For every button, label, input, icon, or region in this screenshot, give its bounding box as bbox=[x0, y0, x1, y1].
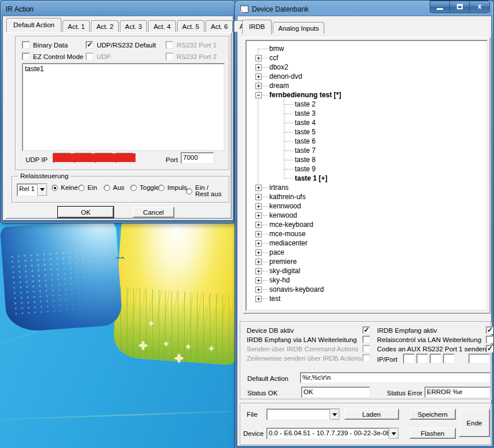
tree-item-dbox2[interactable]: +dbox2 bbox=[246, 63, 487, 72]
flashen-button[interactable]: Flashen bbox=[409, 428, 456, 439]
tree-item-mce-keyboard[interactable]: +mce-keyboard bbox=[246, 220, 487, 229]
tree-item-label[interactable]: irtrans bbox=[269, 183, 288, 192]
expand-plus-icon[interactable]: + bbox=[255, 277, 262, 284]
tree-item-taste-9[interactable]: taste 9 bbox=[246, 164, 487, 174]
tree-item-taste-4[interactable]: taste 4 bbox=[246, 118, 487, 127]
relay-select[interactable]: Rel 1 bbox=[17, 183, 47, 196]
expand-plus-icon[interactable]: + bbox=[255, 231, 262, 237]
checkbox-udp-rs232-default[interactable]: UDP/RS232 Default bbox=[86, 41, 156, 49]
radio-circle[interactable] bbox=[52, 185, 58, 191]
tree-item-label[interactable]: taste 8 bbox=[295, 155, 316, 164]
aux-ip-octet-1[interactable] bbox=[403, 354, 415, 363]
ok-button[interactable]: OK bbox=[58, 207, 114, 218]
radio-circle[interactable] bbox=[186, 188, 192, 194]
checkbox-box[interactable] bbox=[486, 345, 493, 352]
radio-keine[interactable]: Keine bbox=[52, 185, 78, 191]
expand-plus-icon[interactable]: + bbox=[255, 212, 262, 219]
default-action-input[interactable]: %r,%c\r\n bbox=[300, 372, 491, 383]
tab-analog-inputs[interactable]: Analog Inputs bbox=[273, 22, 324, 34]
tree-item-label[interactable]: sky-hd bbox=[269, 276, 290, 285]
expand-plus-icon[interactable]: + bbox=[255, 222, 262, 228]
radio-circle[interactable] bbox=[158, 185, 164, 191]
expand-plus-icon[interactable]: + bbox=[255, 296, 262, 302]
tree-item-fernbedienung-test-[interactable]: −fernbedienung test [*] bbox=[246, 90, 487, 100]
checkbox-box[interactable] bbox=[166, 41, 173, 49]
aux-ip-octet-4[interactable] bbox=[443, 354, 455, 363]
tree-item-label[interactable]: taste 6 bbox=[295, 137, 316, 146]
aux-ip-octet-3[interactable] bbox=[430, 354, 441, 363]
checkbox-ez-control-mode[interactable]: EZ Control Mode bbox=[22, 53, 83, 60]
checkbox-box[interactable] bbox=[86, 53, 93, 60]
tab-act-4[interactable]: Act. 4 bbox=[148, 20, 175, 32]
tree-item-bmw[interactable]: bmw bbox=[246, 44, 487, 53]
radio-ein[interactable]: Ein bbox=[78, 185, 97, 191]
tree-item-mediacenter[interactable]: +mediacenter bbox=[246, 238, 487, 248]
tree-item-label[interactable]: taste 7 bbox=[295, 146, 316, 155]
tree-item-label[interactable]: fernbedienung test [*] bbox=[269, 90, 341, 100]
tree-item-sonavis-keyboard[interactable]: +sonavis-keyboard bbox=[246, 285, 487, 294]
expand-plus-icon[interactable]: + bbox=[255, 74, 262, 80]
expand-plus-icon[interactable]: + bbox=[255, 249, 262, 256]
tab-act-2[interactable]: Act. 2 bbox=[91, 20, 118, 32]
radio-circle[interactable] bbox=[130, 185, 137, 191]
checkbox-box[interactable] bbox=[22, 53, 30, 60]
checkbox-zeilenweise-senden-ber-irdb-actions[interactable]: Zeilenweise senden über IRDB Actions bbox=[247, 354, 371, 363]
checkbox-codes-an-aux-rs232-port-1-senden[interactable]: Codes an AUX RS232 Port 1 senden bbox=[377, 344, 491, 354]
tree-item-kenwood[interactable]: +kenwood bbox=[246, 211, 487, 220]
expand-plus-icon[interactable]: + bbox=[255, 268, 262, 274]
collapse-minus-icon[interactable]: − bbox=[255, 92, 262, 98]
checkbox-device-db-aktiv[interactable]: Device DB aktiv bbox=[247, 326, 371, 335]
tree-item-dream[interactable]: +dream bbox=[246, 81, 487, 90]
cancel-button[interactable]: Cancel bbox=[133, 207, 174, 218]
tree-item-label[interactable]: bmw bbox=[269, 44, 284, 53]
tree-item-kennwood[interactable]: +kennwood bbox=[246, 201, 487, 211]
laden-button[interactable]: Laden bbox=[344, 409, 399, 420]
tree-item-label[interactable]: pace bbox=[269, 248, 284, 257]
checkbox-irdb-empfang-via-lan-weiterleitung[interactable]: IRDB Empfang via LAN Weiterleitung bbox=[247, 335, 371, 344]
radio-toggle[interactable]: Toggle bbox=[130, 185, 159, 191]
tree-item-taste-6[interactable]: taste 6 bbox=[246, 137, 487, 146]
checkbox-box[interactable] bbox=[86, 41, 93, 49]
radio-ein[interactable]: Ein / Rest aus bbox=[186, 185, 221, 197]
tree-item-taste-2[interactable]: taste 2 bbox=[246, 100, 487, 109]
tree-item-label[interactable]: test bbox=[269, 294, 280, 303]
tree-item-label[interactable]: dbox2 bbox=[269, 63, 288, 72]
tree-item-taste-8[interactable]: taste 8 bbox=[246, 155, 487, 164]
tree-item-sky-hd[interactable]: +sky-hd bbox=[246, 276, 487, 285]
tree-item-label[interactable]: denon-dvd bbox=[269, 72, 302, 81]
tree-item-label[interactable]: mediacenter bbox=[269, 238, 308, 248]
tree-item-denon-dvd[interactable]: +denon-dvd bbox=[246, 72, 487, 81]
tree-item-label[interactable]: mce-mouse bbox=[269, 229, 306, 238]
aux-ip-octet-2[interactable] bbox=[416, 354, 428, 363]
expand-plus-icon[interactable]: + bbox=[255, 194, 262, 200]
port-input[interactable]: 7000 bbox=[181, 152, 214, 164]
dropdown-arrow-icon[interactable] bbox=[330, 409, 339, 420]
tree-item-label[interactable]: sonavis-keyboard bbox=[269, 285, 324, 294]
expand-plus-icon[interactable]: + bbox=[255, 287, 262, 293]
checkbox-box[interactable] bbox=[363, 354, 370, 362]
radio-aus[interactable]: Aus bbox=[104, 185, 125, 191]
dropdown-arrow-icon[interactable] bbox=[37, 184, 47, 196]
action-text-area[interactable]: taste1 bbox=[22, 63, 225, 151]
tree-item-taste-5[interactable]: taste 5 bbox=[246, 127, 487, 137]
tree-item-label[interactable]: taste 3 bbox=[295, 109, 316, 118]
checkbox-rs232-port-2[interactable]: RS232 Port 2 bbox=[166, 53, 217, 60]
status-ok-input[interactable]: OK bbox=[301, 387, 370, 398]
checkbox-box[interactable] bbox=[486, 336, 493, 343]
checkbox-relaiscontrol-via-lan-weiterleitung[interactable]: Relaiscontrol via LAN Weiterleitung bbox=[377, 335, 491, 344]
device-db-titlebar[interactable]: Device Datenbank x bbox=[237, 2, 492, 16]
checkbox-box[interactable] bbox=[166, 53, 173, 60]
tree-item-label[interactable]: mce-keyboard bbox=[269, 220, 313, 229]
checkbox-box[interactable] bbox=[486, 326, 493, 334]
tab-irdb[interactable]: IRDB bbox=[242, 20, 272, 34]
tree-item-label[interactable]: dream bbox=[269, 81, 289, 90]
tree-item-label[interactable]: taste 9 bbox=[295, 164, 316, 174]
tree-item-label[interactable]: taste 1 [+] bbox=[295, 174, 327, 183]
expand-plus-icon[interactable]: + bbox=[255, 55, 262, 61]
tab-act-6[interactable]: Act. 6 bbox=[206, 20, 233, 32]
ir-action-titlebar[interactable]: IR Action bbox=[2, 2, 233, 16]
tree-item-sky-digital[interactable]: +sky-digital bbox=[246, 266, 487, 276]
tree-item-label[interactable]: kennwood bbox=[269, 201, 301, 211]
radio-circle[interactable] bbox=[78, 185, 85, 191]
tree-item-label[interactable]: taste 4 bbox=[295, 118, 316, 127]
